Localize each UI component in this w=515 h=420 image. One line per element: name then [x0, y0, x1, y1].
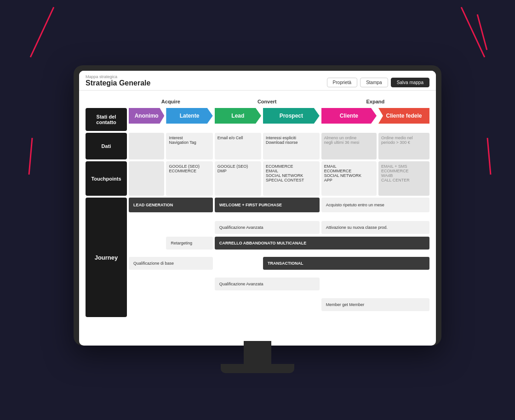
journey-row-5: Qualificazione Avanzata [86, 278, 429, 296]
welcome-first-cell: WELCOME + FIRST PURCHASE [215, 198, 320, 219]
journey-label: Journey [86, 198, 127, 317]
carrello-item[interactable]: CARRELLO ABBANDONATO MULTICANALE [215, 237, 429, 250]
touchpoints-label: Touchpoints [86, 161, 127, 196]
dati-latente: Interest Navigation Tag [166, 133, 212, 159]
stand-base [221, 364, 294, 373]
transactional-item[interactable]: TRANSACTIONAL [263, 257, 429, 270]
stati-row: Stati del contatto Anonimo Latente Lead [86, 108, 429, 131]
empty-j4 [215, 257, 261, 276]
dati-label: Dati [86, 133, 127, 159]
app-header: Mappa strategica Strategia Generale Prop… [79, 71, 436, 91]
screen-wrapper: Mappa strategica Strategia Generale Prop… [51, 38, 464, 382]
tp-latente: GOOGLE (SEO) ECOMMERCE [166, 161, 212, 196]
dati-anonimo [129, 133, 164, 159]
attivazione-nuova-cell: Attivazione su nuova classe prod. [321, 221, 429, 235]
tp-cliente-dark: EMAIL + SMS ECOMMERCE WA4B CALL CENTER [378, 161, 429, 196]
dati-cliente-fedele: Ordine medio nel periodo > 300 € [378, 133, 429, 159]
journey-row-6: Member get Member [86, 298, 429, 317]
salva-button[interactable]: Salva mappa [391, 78, 429, 87]
qualificazione-avanzata-2-item[interactable]: Qualificazione Avanzata [215, 278, 320, 290]
monitor: Mappa strategica Strategia Generale Prop… [74, 65, 441, 346]
monitor-stand [221, 341, 294, 373]
qualificazione-avanzata-2-cell: Qualificazione Avanzata [215, 278, 320, 296]
dati-lead: Email e/o Cell [215, 133, 261, 159]
empty-j5 [129, 278, 213, 296]
lead-stage: Lead [215, 108, 261, 131]
welcome-first-item[interactable]: WELCOME + FIRST PURCHASE [215, 198, 320, 212]
qualificazione-avanzata-1-item[interactable]: Qualificazione Avanzata [215, 221, 320, 234]
empty-j5b [321, 278, 429, 296]
latente-stage: Latente [166, 108, 212, 131]
qualificazione-base-item[interactable]: Qualificazione di base [129, 257, 213, 270]
member-get-member-item[interactable]: Member get Member [321, 298, 429, 311]
lead-generation-cell: LEAD GENERATION [129, 198, 213, 219]
journey-row-3: Retargeting CARRELLO ABBANDONATO MULTICA… [86, 237, 429, 255]
qualificazione-avanzata-1-cell: Qualificazione Avanzata [215, 221, 320, 235]
qualificazione-base-cell: Qualificazione di base [129, 257, 213, 276]
dati-prospect: Interessi espliciti Download risorse [263, 133, 320, 159]
journey-row-2: Qualificazione Avanzata Attivazione su n… [86, 221, 429, 235]
empty-j6 [129, 298, 320, 317]
carrello-cell: CARRELLO ABBANDONATO MULTICANALE [215, 237, 429, 255]
prospect-stage: Prospect [263, 108, 320, 131]
journey-row-4: Qualificazione di base TRANSACTIONAL [86, 257, 429, 276]
header-actions: Proprietà Stampa Salva mappa [327, 78, 429, 87]
dati-row: Dati Interest Navigation Tag Email e/o C… [86, 133, 429, 159]
page-title: Strategia Generale [86, 79, 150, 87]
stand-neck [244, 341, 271, 364]
screen: Mappa strategica Strategia Generale Prop… [79, 71, 436, 346]
cliente-fedele-stage: Cliente fedele [378, 108, 429, 131]
journey-row-1: Journey LEAD GENERATION WELCOME + FIRST … [86, 198, 429, 219]
tp-cliente: EMAIL ECOMMERCE SOCIAL NETWORK APP [321, 161, 377, 196]
transactional-cell: TRANSACTIONAL [263, 257, 429, 276]
empty-j2 [129, 221, 213, 235]
touchpoints-row: Touchpoints GOOGLE (SEO) ECOMMERCE GOOGL… [86, 161, 429, 196]
anonimo-stage: Anonimo [129, 108, 164, 131]
strategy-map: Acquire Convert Expand Stati del contatt… [84, 95, 431, 319]
app: Mappa strategica Strategia Generale Prop… [79, 71, 436, 346]
tp-prospect: ECOMMERCE EMAIL SOCIAL NETWORK SPECIAL C… [263, 161, 320, 196]
empty-j3 [129, 237, 164, 255]
member-get-member-cell: Member get Member [321, 298, 429, 317]
acquisto-ripetuto-cell: Acquisto ripetuto entro un mese [321, 198, 429, 219]
tp-anonimo [129, 161, 164, 196]
convert-header: Convert [215, 97, 320, 106]
expand-header: Expand [321, 97, 429, 106]
stampa-button[interactable]: Stampa [360, 78, 388, 87]
breadcrumb: Mappa strategica [86, 74, 150, 79]
stati-label: Stati del contatto [86, 108, 127, 131]
group-headers-row: Acquire Convert Expand [86, 97, 429, 106]
acquisto-ripetuto-item[interactable]: Acquisto ripetuto entro un mese [321, 198, 429, 212]
cliente-stage: Cliente [321, 108, 377, 131]
retargeting-cell: Retargeting [166, 237, 212, 255]
empty-header [86, 97, 127, 106]
tp-lead: GOOGLE (SEO) DMP [215, 161, 261, 196]
proprieta-button[interactable]: Proprietà [327, 78, 358, 87]
retargeting-item[interactable]: Retargeting [166, 237, 212, 250]
lead-generation-item[interactable]: LEAD GENERATION [129, 198, 213, 212]
dati-cliente: Almeno un ordine negli ultimi 36 mesi [321, 133, 377, 159]
acquire-header: Acquire [129, 97, 213, 106]
attivazione-nuova-item[interactable]: Attivazione su nuova classe prod. [321, 221, 429, 234]
main-content: Acquire Convert Expand Stati del contatt… [79, 91, 436, 346]
